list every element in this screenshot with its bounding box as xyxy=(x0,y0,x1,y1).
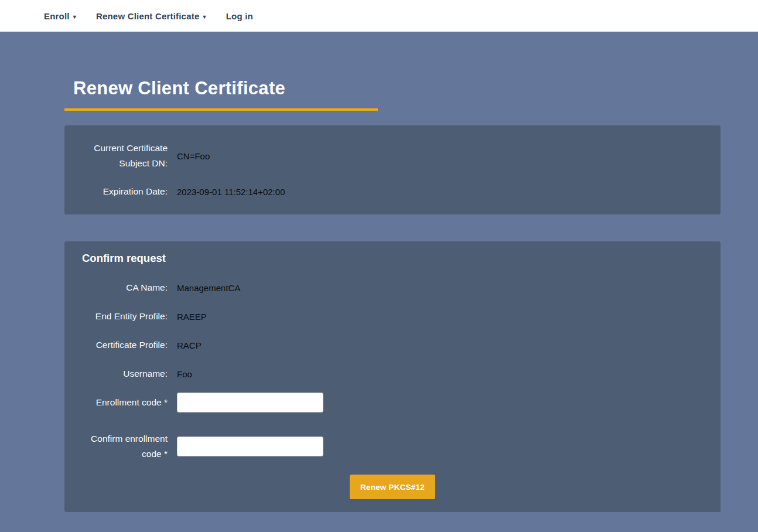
certificate-profile-value: RACP xyxy=(177,340,202,350)
page-title: Renew Client Certificate xyxy=(73,78,758,99)
certificate-profile-row: Certificate Profile: RACP xyxy=(82,335,703,355)
enrollment-code-row: Enrollment code * xyxy=(82,393,703,412)
navbar-item-login[interactable]: Log in xyxy=(226,11,253,21)
navbar-item-renew-label: Renew Client Certificate xyxy=(96,11,200,21)
subject-dn-value: CN=Foo xyxy=(177,151,210,161)
chevron-down-icon: ▾ xyxy=(73,13,76,20)
enrollment-code-input[interactable] xyxy=(177,393,323,412)
current-certificate-panel: Current Certificate Subject DN: CN=Foo E… xyxy=(64,125,721,214)
confirm-enrollment-code-row: Confirm enrollment code * xyxy=(82,431,703,462)
navbar-item-login-label: Log in xyxy=(226,11,253,21)
expiration-date-value: 2023-09-01 11:52:14+02:00 xyxy=(177,187,285,197)
confirm-enrollment-code-label: Confirm enrollment code * xyxy=(82,431,168,462)
chevron-down-icon: ▾ xyxy=(203,13,206,20)
submit-button-row: Renew PKCS#12 xyxy=(82,475,703,506)
expiration-date-row: Expiration Date: 2023-09-01 11:52:14+02:… xyxy=(82,184,703,199)
end-entity-profile-row: End Entity Profile: RAEEP xyxy=(82,306,703,326)
username-value: Foo xyxy=(177,369,192,379)
subject-dn-row: Current Certificate Subject DN: CN=Foo xyxy=(82,141,703,171)
enrollment-code-label: Enrollment code * xyxy=(82,395,168,410)
subject-dn-label: Current Certificate Subject DN: xyxy=(82,141,168,171)
expiration-date-label: Expiration Date: xyxy=(82,184,168,199)
title-underline xyxy=(64,108,378,111)
end-entity-profile-label: End Entity Profile: xyxy=(82,309,168,324)
top-navbar: Enroll ▾ Renew Client Certificate ▾ Log … xyxy=(0,0,758,32)
navbar-item-enroll[interactable]: Enroll ▾ xyxy=(44,11,76,21)
renew-pkcs12-button[interactable]: Renew PKCS#12 xyxy=(350,475,435,499)
ca-name-label: CA Name: xyxy=(82,280,168,295)
ca-name-value: ManagementCA xyxy=(177,283,240,293)
confirm-request-heading: Confirm request xyxy=(82,252,703,265)
navbar-item-enroll-label: Enroll xyxy=(44,11,70,21)
confirm-enrollment-code-input[interactable] xyxy=(177,436,323,456)
confirm-request-panel: Confirm request CA Name: ManagementCA En… xyxy=(64,241,721,512)
ca-name-row: CA Name: ManagementCA xyxy=(82,278,703,298)
username-label: Username: xyxy=(82,366,168,381)
end-entity-profile-value: RAEEP xyxy=(177,312,207,322)
navbar-item-renew-client-certificate[interactable]: Renew Client Certificate ▾ xyxy=(96,11,206,21)
username-row: Username: Foo xyxy=(82,364,703,384)
certificate-profile-label: Certificate Profile: xyxy=(82,337,168,353)
